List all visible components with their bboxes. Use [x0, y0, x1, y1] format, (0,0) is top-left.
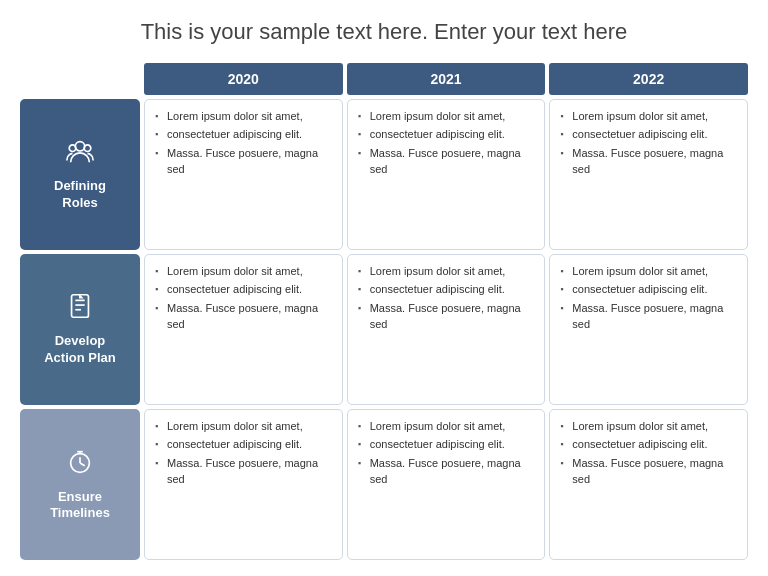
cell-roles-2022: Lorem ipsum dolor sit amet, consectetuer… — [549, 99, 748, 250]
row-label-text-ensure-timelines: Ensure Timelines — [50, 489, 110, 523]
list-item: consectetuer adipiscing elit. — [560, 436, 737, 453]
list-item: Lorem ipsum dolor sit amet, — [560, 108, 737, 125]
timelines-icon — [65, 447, 95, 481]
action-icon — [65, 291, 95, 325]
list-item: consectetuer adipiscing elit. — [155, 281, 332, 298]
cell-timelines-2022: Lorem ipsum dolor sit amet, consectetuer… — [549, 409, 748, 560]
list-item: Massa. Fusce posuere, magna sed — [155, 145, 332, 178]
svg-line-10 — [80, 462, 85, 465]
list-item: Lorem ipsum dolor sit amet, — [358, 418, 535, 435]
list-item: Lorem ipsum dolor sit amet, — [155, 263, 332, 280]
main-table: 2020 2021 2022 Defining Roles Lorem i — [20, 63, 748, 564]
list-item: Massa. Fusce posuere, magna sed — [155, 300, 332, 333]
list-item: consectetuer adipiscing elit. — [358, 126, 535, 143]
list-item: consectetuer adipiscing elit. — [358, 281, 535, 298]
header-col-2022: 2022 — [549, 63, 748, 95]
page-title: This is your sample text here. Enter you… — [20, 18, 748, 47]
list-item: Massa. Fusce posuere, magna sed — [155, 455, 332, 488]
list-item: Massa. Fusce posuere, magna sed — [560, 455, 737, 488]
header-col-2021: 2021 — [347, 63, 546, 95]
list-item: consectetuer adipiscing elit. — [560, 281, 737, 298]
row-label-defining-roles: Defining Roles — [20, 99, 140, 250]
cell-roles-2020: Lorem ipsum dolor sit amet, consectetuer… — [144, 99, 343, 250]
cell-action-2021: Lorem ipsum dolor sit amet, consectetuer… — [347, 254, 546, 405]
cell-roles-2021: Lorem ipsum dolor sit amet, consectetuer… — [347, 99, 546, 250]
cell-timelines-2021: Lorem ipsum dolor sit amet, consectetuer… — [347, 409, 546, 560]
list-item: Massa. Fusce posuere, magna sed — [560, 300, 737, 333]
row-label-ensure-timelines: Ensure Timelines — [20, 409, 140, 560]
cell-action-2020: Lorem ipsum dolor sit amet, consectetuer… — [144, 254, 343, 405]
roles-icon — [65, 136, 95, 170]
list-item: Massa. Fusce posuere, magna sed — [560, 145, 737, 178]
header-empty-cell — [20, 63, 140, 95]
list-item: Lorem ipsum dolor sit amet, — [560, 418, 737, 435]
cell-action-2022: Lorem ipsum dolor sit amet, consectetuer… — [549, 254, 748, 405]
list-item: Massa. Fusce posuere, magna sed — [358, 145, 535, 178]
list-item: Lorem ipsum dolor sit amet, — [155, 418, 332, 435]
row-develop-action-plan: Develop Action Plan Lorem ipsum dolor si… — [20, 254, 748, 405]
list-item: Lorem ipsum dolor sit amet, — [358, 108, 535, 125]
list-item: Lorem ipsum dolor sit amet, — [155, 108, 332, 125]
row-label-develop-action-plan: Develop Action Plan — [20, 254, 140, 405]
row-label-text-develop-action-plan: Develop Action Plan — [44, 333, 116, 367]
header-col-2020: 2020 — [144, 63, 343, 95]
row-defining-roles: Defining Roles Lorem ipsum dolor sit ame… — [20, 99, 748, 250]
list-item: consectetuer adipiscing elit. — [560, 126, 737, 143]
list-item: consectetuer adipiscing elit. — [358, 436, 535, 453]
svg-point-0 — [75, 142, 84, 151]
cell-timelines-2020: Lorem ipsum dolor sit amet, consectetuer… — [144, 409, 343, 560]
row-label-text-defining-roles: Defining Roles — [54, 178, 106, 212]
list-item: consectetuer adipiscing elit. — [155, 436, 332, 453]
list-item: consectetuer adipiscing elit. — [155, 126, 332, 143]
list-item: Massa. Fusce posuere, magna sed — [358, 455, 535, 488]
list-item: Lorem ipsum dolor sit amet, — [358, 263, 535, 280]
list-item: Lorem ipsum dolor sit amet, — [560, 263, 737, 280]
table-header-row: 2020 2021 2022 — [20, 63, 748, 95]
list-item: Massa. Fusce posuere, magna sed — [358, 300, 535, 333]
row-ensure-timelines: Ensure Timelines Lorem ipsum dolor sit a… — [20, 409, 748, 560]
